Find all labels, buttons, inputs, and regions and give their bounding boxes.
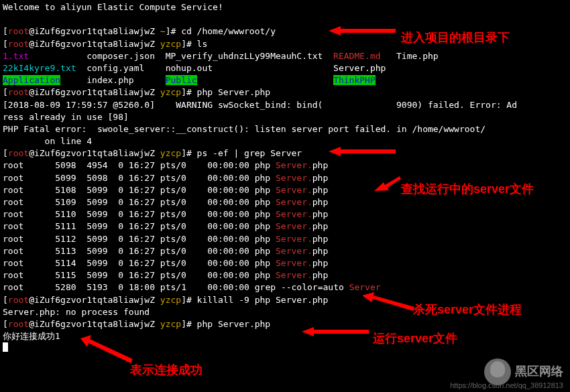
svg-marker-1 bbox=[329, 147, 396, 156]
fatal2: on line 4 bbox=[3, 135, 567, 147]
welcome-line: Welcome to aliyun Elastic Compute Servic… bbox=[3, 1, 567, 13]
annotation-kill-server: 杀死server文件进程 bbox=[413, 302, 522, 318]
ls-row3: Application index.php Public ThinkPHP bbox=[3, 74, 567, 86]
ls-row2: 22kI4kyre9.txt config.yaml nohup.out Ser… bbox=[3, 62, 567, 74]
url-watermark: https://blog.csdn.net/qq_38912813 bbox=[450, 381, 563, 391]
ps-output: root 5098 4954 0 16:27 pts/0 00:00:00 ph… bbox=[3, 159, 567, 281]
warn1: [2018-08-09 17:59:57 @5260.0] WARNING sw… bbox=[3, 99, 567, 111]
arrow-icon bbox=[302, 325, 369, 338]
blank bbox=[3, 13, 567, 25]
arrow-icon bbox=[329, 24, 396, 38]
ps-row: root 5115 5099 0 16:27 pts/0 00:00:00 ph… bbox=[3, 269, 567, 281]
svg-marker-4 bbox=[302, 327, 369, 336]
arrow-icon bbox=[329, 145, 396, 158]
prompt-ps: [root@iZuf6gzvor1tqta8liawjwZ yzcp]# ps … bbox=[3, 147, 567, 159]
annotation-root-dir: 进入项目的根目录下 bbox=[401, 29, 510, 46]
ps-last: root 5280 5193 0 18:00 pts/1 00:00:00 gr… bbox=[3, 281, 567, 293]
ps-row: root 5098 4954 0 16:27 pts/0 00:00:00 ph… bbox=[3, 159, 567, 172]
arrow-icon bbox=[362, 292, 416, 312]
annotation-connect-success: 表示连接成功 bbox=[130, 362, 203, 379]
prompt-php2: [root@iZuf6gzvor1tqta8liawjwZ yzcp]# php… bbox=[3, 318, 567, 330]
annotation-find-server: 查找运行中的server文件 bbox=[401, 181, 534, 198]
arrow-icon bbox=[374, 174, 401, 194]
ps-row: root 5110 5099 0 16:27 pts/0 00:00:00 ph… bbox=[3, 208, 567, 220]
annotation-run-server: 运行server文件 bbox=[373, 330, 457, 347]
svg-marker-5 bbox=[80, 335, 133, 363]
ps-row: root 5113 5099 0 16:27 pts/0 00:00:00 ph… bbox=[3, 245, 567, 257]
ps-row: root 5112 5099 0 16:27 pts/0 00:00:00 ph… bbox=[3, 233, 567, 245]
ps-row: root 5109 5099 0 16:27 pts/0 00:00:00 ph… bbox=[3, 196, 567, 208]
watermark-text: 黑区网络 bbox=[515, 363, 563, 380]
warn2: ress already in use [98] bbox=[3, 111, 567, 123]
svg-marker-3 bbox=[362, 292, 414, 311]
cursor-icon bbox=[3, 342, 8, 352]
arrow-icon bbox=[80, 335, 134, 365]
ls-row1: 1.txt composer.json MP_verify_uhdnzLLy99… bbox=[3, 50, 567, 62]
ps-row: root 5111 5099 0 16:27 pts/0 00:00:00 ph… bbox=[3, 220, 567, 233]
fatal1: PHP Fatal error: swoole_server::__constr… bbox=[3, 123, 567, 135]
svg-marker-0 bbox=[329, 26, 396, 36]
prompt-php1: [root@iZuf6gzvor1tqta8liawjwZ yzcp]# php… bbox=[3, 86, 567, 99]
svg-marker-2 bbox=[374, 176, 401, 191]
ps-row: root 5114 5099 0 16:27 pts/0 00:00:00 ph… bbox=[3, 257, 567, 269]
